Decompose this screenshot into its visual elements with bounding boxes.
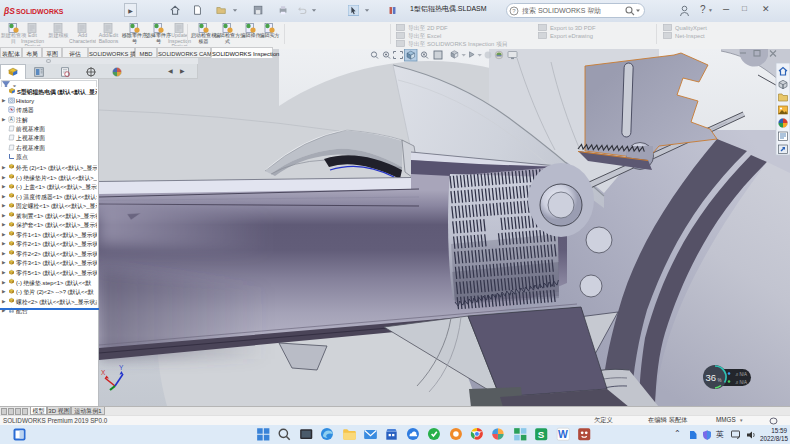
svg-text:X: X	[101, 369, 106, 376]
svg-text:♬N/A: ♬N/A	[735, 380, 747, 385]
svg-text:SOLIDWORKS: SOLIDWORKS	[16, 8, 64, 15]
svg-text:A: A	[9, 117, 12, 122]
svg-text:Y: Y	[119, 364, 124, 371]
svg-text:36: 36	[706, 372, 717, 383]
svg-text:S: S	[538, 429, 545, 440]
svg-text:%: %	[718, 378, 722, 383]
svg-text:♬N/A: ♬N/A	[735, 372, 747, 377]
svg-text:βS: βS	[3, 6, 15, 16]
svg-text:?: ?	[512, 8, 516, 14]
svg-text:W: W	[558, 429, 568, 440]
